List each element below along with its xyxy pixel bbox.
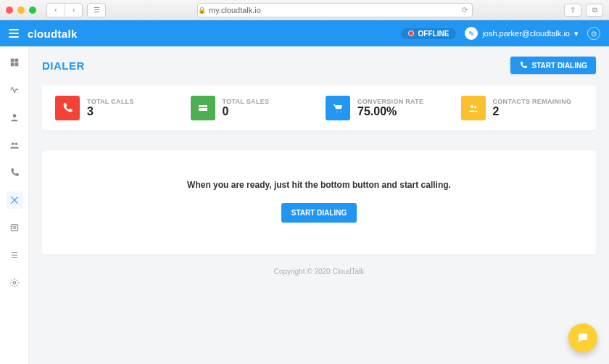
gear-icon [9, 278, 20, 288]
svg-point-0 [12, 114, 16, 117]
people-icon [9, 140, 20, 150]
url-bar[interactable]: 🔒 my.cloudtalk.io ⟳ [197, 3, 473, 17]
empty-state-card: When you are ready, just hit the bottom … [42, 151, 596, 255]
stat-value: 2 [493, 105, 572, 118]
start-dialing-center-button[interactable]: START DIALING [281, 203, 357, 223]
svg-point-2 [14, 143, 17, 146]
svg-rect-3 [11, 225, 17, 231]
user-email: josh.parker@cloudtalk.io [482, 29, 570, 38]
traffic-lights [6, 7, 36, 14]
sidebar-item-contact[interactable] [6, 109, 23, 126]
status-dot-icon [408, 30, 414, 36]
sidebar-item-calls[interactable] [6, 164, 23, 181]
stat-label: CONVERSION RATE [357, 98, 423, 105]
stat-total-sales: TOTAL SALES 0 [191, 96, 313, 120]
stats-card: TOTAL CALLS 3 TOTAL SALES 0 CONVERSION R… [42, 86, 596, 131]
maximize-window-icon[interactable] [29, 7, 36, 14]
browser-chrome: ‹ › ☰ 🔒 my.cloudtalk.io ⟳ ⇪ ⧉ [0, 0, 609, 20]
app-topbar: cloudtalk OFFLINE ✎ josh.parker@cloudtal… [0, 20, 609, 46]
stat-value: 3 [87, 105, 134, 118]
archive-icon [9, 223, 20, 233]
activity-icon [9, 85, 20, 95]
start-dialing-center-label: START DIALING [291, 209, 347, 217]
svg-rect-6 [199, 107, 207, 108]
chat-icon [576, 331, 589, 344]
sidebar-toggle-icon[interactable]: ☰ [88, 4, 105, 17]
footer-copyright: Copyright © 2020 CloudTalk [42, 268, 596, 276]
stat-contacts-remaining: CONTACTS REMAINING 2 [461, 96, 584, 120]
close-window-icon[interactable] [6, 7, 13, 14]
main-content: DIALER START DIALING TOTAL CALLS 3 TOTAL… [29, 46, 609, 364]
cart-icon [326, 96, 350, 120]
stat-value: 0 [223, 105, 270, 118]
sidebar-item-tasks[interactable] [6, 247, 23, 264]
stat-label: CONTACTS REMAINING [493, 98, 572, 105]
share-button[interactable]: ⇪ [564, 4, 581, 17]
grid-icon [9, 57, 20, 67]
status-indicator[interactable]: OFFLINE [401, 28, 457, 39]
tabs-button[interactable]: ⧉ [586, 4, 603, 17]
page-title: DIALER [42, 59, 85, 72]
start-dialing-label: START DIALING [532, 62, 587, 70]
sidebar-toggle-group: ☰ [87, 3, 106, 17]
sidebar-item-team[interactable] [6, 136, 23, 154]
stat-label: TOTAL SALES [223, 98, 270, 105]
svg-point-1 [11, 143, 13, 146]
stat-total-calls: TOTAL CALLS 3 [55, 96, 178, 120]
sidebar-item-archive[interactable] [6, 219, 23, 236]
help-button[interactable]: ⊙ [587, 27, 600, 40]
status-text: OFFLINE [418, 30, 450, 38]
card-icon [191, 96, 215, 120]
forward-button[interactable]: › [65, 4, 82, 17]
sidebar-item-settings[interactable] [6, 274, 23, 291]
svg-point-4 [13, 281, 16, 284]
lock-icon: 🔒 [198, 7, 206, 14]
person-icon [9, 112, 20, 123]
empty-state-message: When you are ready, just hit the bottom … [57, 180, 581, 190]
sidebar-item-dialer[interactable] [6, 191, 23, 209]
stat-label: TOTAL CALLS [87, 98, 134, 105]
svg-point-7 [471, 105, 473, 108]
sidebar-item-dashboard[interactable] [6, 54, 23, 71]
phone-icon [519, 61, 528, 70]
crossed-tools-icon [9, 195, 20, 205]
phone-icon [9, 167, 20, 178]
phone-icon [55, 96, 80, 120]
url-text: my.cloudtalk.io [209, 6, 261, 15]
avatar: ✎ [465, 27, 478, 40]
contacts-icon [461, 96, 486, 120]
chevron-down-icon: ▾ [574, 29, 579, 38]
sidebar-item-activity[interactable] [6, 81, 23, 99]
back-button[interactable]: ‹ [47, 4, 65, 17]
svg-point-8 [474, 106, 476, 108]
brand-logo: cloudtalk [28, 28, 78, 40]
list-icon [9, 250, 20, 260]
reload-icon[interactable]: ⟳ [462, 6, 472, 14]
stat-conversion-rate: CONVERSION RATE 75.00% [326, 96, 448, 120]
nav-back-forward: ‹ › [46, 3, 83, 17]
start-dialing-button[interactable]: START DIALING [510, 57, 596, 74]
menu-toggle[interactable] [9, 29, 19, 38]
intercom-launcher[interactable] [568, 323, 597, 352]
stat-value: 75.00% [357, 105, 423, 118]
sidebar [0, 46, 29, 364]
user-menu[interactable]: ✎ josh.parker@cloudtalk.io ▾ [465, 27, 579, 40]
minimize-window-icon[interactable] [17, 7, 25, 14]
